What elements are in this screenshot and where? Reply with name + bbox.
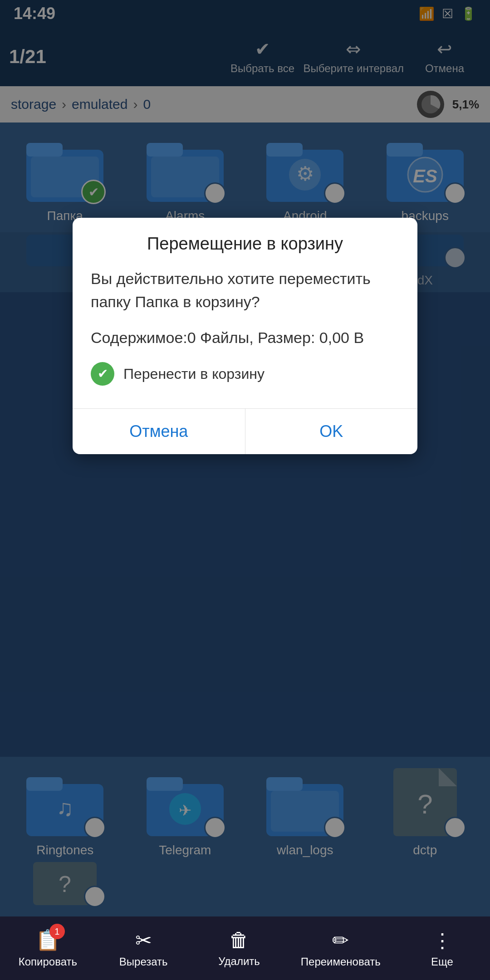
rename-label: Переименовать (301, 956, 381, 968)
check-icon: ✔ (91, 362, 114, 386)
more-label: Еще (431, 956, 453, 968)
dialog-check-row[interactable]: ✔ Перенести в корзину (91, 362, 399, 386)
dialog-actions: Отмена OK (73, 409, 417, 454)
overlay: Перемещение в корзину Вы действительно х… (0, 0, 490, 980)
dialog-message: Вы действительно хотите переместить папк… (91, 267, 399, 314)
rename-button[interactable]: ✏ Переименовать (301, 929, 381, 968)
dialog-details: Содержимое:0 Файлы, Размер: 0,00 В (91, 326, 399, 349)
copy-badge: 1 (49, 924, 65, 939)
dialog-body: Вы действительно хотите переместить папк… (73, 263, 417, 399)
delete-label: Удалить (218, 955, 260, 968)
cut-button[interactable]: ✂ Вырезать (109, 929, 177, 968)
dialog: Перемещение в корзину Вы действительно х… (73, 218, 417, 454)
dialog-ok-button[interactable]: OK (245, 409, 418, 454)
bottom-toolbar: 📋 1 Копировать ✂ Вырезать 🗑 Удалить ✏ Пе… (0, 916, 490, 980)
copy-icon: 📋 1 (35, 928, 60, 952)
delete-icon: 🗑 (229, 929, 249, 951)
cut-icon: ✂ (135, 929, 152, 952)
more-button[interactable]: ⋮ Еще (408, 929, 476, 968)
copy-button[interactable]: 📋 1 Копировать (14, 928, 82, 968)
rename-icon: ✏ (332, 929, 349, 952)
check-label: Перенести в корзину (123, 363, 265, 385)
dialog-title: Перемещение в корзину (73, 218, 417, 263)
delete-button[interactable]: 🗑 Удалить (205, 929, 273, 968)
copy-label: Копировать (19, 956, 77, 968)
cut-label: Вырезать (119, 956, 168, 968)
dialog-cancel-button[interactable]: Отмена (73, 409, 245, 454)
more-icon: ⋮ (432, 929, 452, 952)
